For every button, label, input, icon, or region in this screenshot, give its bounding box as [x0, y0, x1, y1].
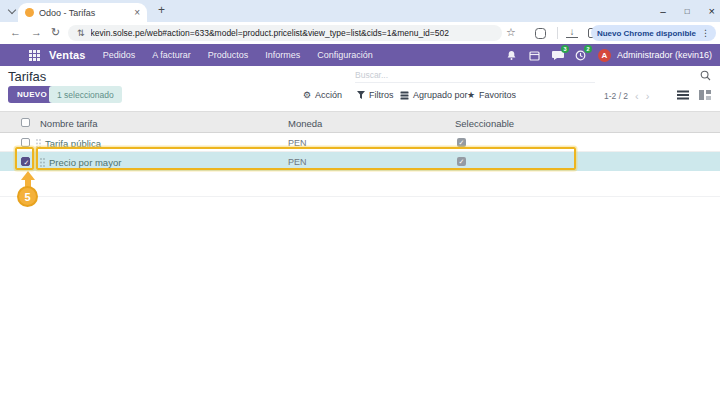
column-moneda[interactable]: Moneda — [288, 118, 322, 129]
action-label: Acción — [315, 90, 342, 100]
menu-productos[interactable]: Productos — [208, 50, 249, 60]
chrome-update-label: Nuevo Chrome disponible — [597, 29, 696, 38]
messages-badge: 3 — [561, 45, 569, 53]
control-panel: Tarifas NUEVO 1 seleccionado ⚙ Acción Fi… — [0, 66, 720, 111]
pager-next-icon[interactable]: › — [646, 92, 650, 101]
favorites-label: Favoritos — [479, 90, 516, 100]
systray: 3 2 A Administrador (kevin16) — [506, 44, 712, 66]
user-avatar[interactable]: A — [598, 49, 611, 62]
table-row-precio-por-mayor[interactable]: Precio por mayor PEN — [0, 152, 720, 171]
search-icon[interactable] — [700, 70, 711, 81]
pricelist-currency: PEN — [288, 157, 307, 167]
selected-count-badge[interactable]: 1 seleccionado — [49, 86, 122, 103]
table-header: Nombre tarifa Moneda Seleccionable — [0, 111, 720, 133]
pricelist-name[interactable]: Precio por mayor — [49, 157, 121, 168]
menu-pedidos[interactable]: Pedidos — [103, 50, 136, 60]
url-text: kevin.solse.pe/web#action=633&model=prod… — [91, 28, 449, 38]
apps-grid-icon[interactable] — [29, 50, 40, 61]
reload-button[interactable]: ↻ — [51, 26, 60, 39]
back-button[interactable]: ← — [10, 26, 21, 38]
drag-handle-icon[interactable] — [36, 139, 41, 148]
activities-clock-icon[interactable]: 2 — [575, 49, 587, 61]
row-checkbox[interactable] — [21, 138, 30, 147]
browser-menu-icon[interactable]: ⋮ — [701, 28, 710, 38]
pricelist-name[interactable]: Tarifa pública — [45, 138, 101, 149]
tab-search-chevron-icon[interactable] — [9, 7, 16, 14]
downloads-icon[interactable]: ↓ — [566, 26, 578, 38]
window-controls: – □ × — [660, 0, 715, 22]
browser-window: Odoo - Tarifas × + – □ × ← → ↻ ⇅ kevin.s… — [0, 0, 720, 404]
filters-button[interactable]: Filtros — [357, 90, 394, 100]
action-menu-button[interactable]: ⚙ Acción — [303, 90, 342, 100]
tab-groups-icon[interactable] — [535, 28, 546, 39]
forward-button[interactable]: → — [31, 26, 42, 38]
pager-range: 1-2 / 2 — [604, 91, 628, 101]
drag-handle-icon[interactable] — [40, 158, 45, 167]
browser-titlebar: Odoo - Tarifas × + – □ × — [0, 0, 720, 22]
funnel-icon — [357, 91, 365, 99]
app-name[interactable]: Ventas — [49, 49, 86, 61]
column-seleccionable[interactable]: Seleccionable — [455, 118, 514, 129]
search-input[interactable] — [355, 68, 595, 83]
browser-toolbar: ← → ↻ ⇅ kevin.solse.pe/web#action=633&mo… — [0, 22, 720, 44]
activities-badge: 2 — [584, 45, 592, 53]
messages-icon[interactable]: 3 — [552, 49, 564, 61]
favorites-button[interactable]: ★ Favoritos — [467, 90, 516, 100]
group-by-label: Agrupado por — [413, 90, 468, 100]
table-row-tarifa-publica[interactable]: Tarifa pública PEN — [0, 134, 720, 152]
calendar-icon[interactable] — [529, 49, 541, 61]
user-menu[interactable]: Administrador (kevin16) — [617, 50, 712, 60]
new-tab-button[interactable]: + — [158, 3, 165, 17]
select-all-checkbox[interactable] — [21, 118, 30, 127]
odoo-favicon-icon — [25, 8, 34, 17]
maximize-button[interactable]: □ — [685, 7, 690, 16]
filters-label: Filtros — [369, 90, 394, 100]
layers-icon — [400, 91, 409, 100]
kanban-view-icon[interactable] — [699, 90, 711, 100]
selectable-checkbox[interactable] — [457, 138, 466, 147]
pager: 1-2 / 2 ‹ › — [604, 91, 649, 101]
group-by-button[interactable]: Agrupado por — [400, 90, 468, 100]
row-checkbox-checked[interactable] — [21, 157, 30, 166]
odoo-navbar: Ventas Pedidos A facturar Productos Info… — [0, 44, 720, 66]
bell-icon[interactable] — [506, 49, 518, 61]
page-title: Tarifas — [8, 69, 46, 84]
address-bar[interactable]: ⇅ kevin.solse.pe/web#action=633&model=pr… — [68, 25, 502, 41]
selectable-checkbox[interactable] — [457, 157, 466, 166]
gear-icon: ⚙ — [303, 90, 311, 100]
menu-configuracion[interactable]: Configuración — [317, 50, 373, 60]
chrome-update-button[interactable]: Nuevo Chrome disponible ⋮ — [591, 25, 716, 41]
annotation-step-badge: 5 — [17, 186, 38, 207]
column-nombre-tarifa[interactable]: Nombre tarifa — [40, 118, 98, 129]
site-info-icon[interactable]: ⇅ — [77, 28, 85, 38]
bookmark-star-icon[interactable]: ☆ — [506, 26, 516, 39]
table-divider — [0, 196, 720, 197]
menu-informes[interactable]: Informes — [265, 50, 300, 60]
close-window-button[interactable]: × — [709, 5, 715, 17]
star-icon: ★ — [467, 90, 475, 100]
tab-close-icon[interactable]: × — [134, 8, 140, 18]
tab-title: Odoo - Tarifas — [39, 8, 129, 18]
list-view-icon[interactable] — [677, 90, 689, 100]
minimize-button[interactable]: – — [660, 6, 666, 17]
pager-prev-icon[interactable]: ‹ — [635, 92, 639, 101]
toolbar-divider — [557, 27, 558, 39]
browser-tab-odoo[interactable]: Odoo - Tarifas × — [18, 3, 147, 22]
pricelist-currency: PEN — [288, 138, 307, 148]
menu-a-facturar[interactable]: A facturar — [152, 50, 191, 60]
